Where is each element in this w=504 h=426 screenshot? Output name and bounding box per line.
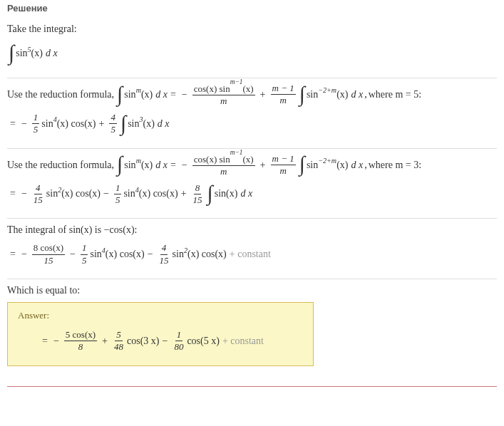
fraction: 15 <box>32 113 40 135</box>
num: cos(x) sin <box>194 83 230 94</box>
dx: d x <box>351 88 363 102</box>
integral-icon: ∫ <box>207 185 213 202</box>
step-4: Which is equal to: Answer: = − 5 cos(x)8… <box>7 279 497 376</box>
num: m − 1 <box>271 83 296 95</box>
fraction: 415 <box>32 183 44 206</box>
fn: sin(x) <box>215 188 238 199</box>
fraction: m − 1 m <box>271 83 296 106</box>
n: 8 cos(x) <box>32 243 65 254</box>
dx: d x <box>240 188 252 199</box>
fn: sin <box>173 249 184 260</box>
pow: 5 <box>28 46 31 53</box>
n: 4 <box>34 183 42 194</box>
arg: (x) <box>336 88 348 102</box>
pow: m−1 <box>230 78 243 85</box>
minus: − <box>70 249 76 260</box>
d: 15 <box>192 194 204 205</box>
integral-icon: ∫ <box>117 85 123 103</box>
section-heading: Решение <box>7 0 497 18</box>
den: m <box>278 95 287 105</box>
d: 5 <box>114 194 122 205</box>
minus: − <box>182 88 187 102</box>
arg: (x) cos(x) <box>106 249 145 260</box>
dx: d x <box>158 118 170 130</box>
pow: 2 <box>58 186 61 194</box>
constant: + constant <box>230 249 271 260</box>
fraction: 45 <box>109 113 117 135</box>
eq: = <box>10 118 16 130</box>
fn: sin <box>41 118 53 130</box>
num: m − 1 <box>271 154 296 165</box>
step-4-text: Which is equal to: <box>7 284 497 298</box>
fn: sin <box>123 188 135 199</box>
minus: − <box>182 158 187 172</box>
fn-sin: sin <box>307 158 318 172</box>
fraction: 180 <box>173 330 185 353</box>
n: 1 <box>81 243 88 254</box>
d: 5 <box>81 255 88 266</box>
fraction: 15 <box>81 243 88 266</box>
eq: = <box>42 336 48 347</box>
step-1-result: = − 15 sin4(x) cos(x) + 45 ∫ sin3(x) d x <box>7 110 170 138</box>
fraction: 5 cos(x)8 <box>64 330 97 353</box>
fraction: m − 1 m <box>271 154 296 177</box>
minus: − <box>103 188 109 199</box>
fraction: 548 <box>113 330 125 353</box>
d: 15 <box>42 255 54 266</box>
pow: 2 <box>184 246 187 254</box>
n: 5 cos(x) <box>64 330 97 341</box>
plus: + <box>99 118 105 130</box>
pow: m <box>136 156 141 166</box>
n: 4 <box>160 243 168 254</box>
answer-box: Answer: = − 5 cos(x)8 + 548 cos(3 x) − 1… <box>7 302 314 366</box>
a: (x) <box>242 154 253 165</box>
fraction: 815 <box>192 183 204 206</box>
end-divider <box>7 386 497 387</box>
den: m <box>219 166 228 177</box>
pow: 4 <box>135 186 139 194</box>
dx: d x <box>155 158 168 172</box>
step-0: Take the integral: ∫ sin5(x) d x <box>7 18 497 78</box>
n: 1 <box>114 183 122 194</box>
arg: (x) cos(x) <box>61 188 101 199</box>
pow: −2+m <box>318 156 336 166</box>
eq: = <box>10 188 16 199</box>
fn-sin: sin <box>124 88 135 102</box>
fraction: 8 cos(x)15 <box>32 243 65 266</box>
pow: 4 <box>53 115 57 123</box>
step-3-result: = − 8 cos(x)15 − 15 sin4(x) cos(x) − 415… <box>7 240 274 269</box>
answer-expr: = − 5 cos(x)8 + 548 cos(3 x) − 180 cos(5… <box>39 327 267 355</box>
dx: d x <box>351 158 363 172</box>
n: 1 <box>175 330 183 341</box>
fn: sin <box>46 188 58 199</box>
arg: (x) <box>141 158 153 172</box>
pow: −2+m <box>318 85 336 95</box>
plus: + <box>181 188 187 199</box>
answer-label: Answer: <box>18 310 303 321</box>
pow: m <box>136 85 141 95</box>
plus: + <box>260 158 266 172</box>
step-1-text: Use the reduction formula, ∫ sinm(x) d x… <box>7 83 497 107</box>
dx: d x <box>46 48 58 59</box>
n: 1 <box>32 113 40 124</box>
d: 8 <box>77 341 85 352</box>
arg: (x) cos(x) <box>139 188 178 199</box>
fn-sin: sin <box>307 88 318 102</box>
pow: m−1 <box>230 149 243 156</box>
minus: − <box>53 336 59 347</box>
where: where m = 3: <box>369 158 421 172</box>
where: where m = 5: <box>369 88 421 102</box>
dx: d x <box>155 88 168 102</box>
step-3-text: The integral of sin(x) is −cos(x): <box>7 223 497 237</box>
n: 5 <box>115 330 123 341</box>
n: 4 <box>109 113 117 124</box>
pow: 3 <box>139 115 143 123</box>
minus: − <box>162 336 168 347</box>
d: 15 <box>32 194 44 205</box>
step-2: Use the reduction formula, ∫ sinm(x) d x… <box>7 149 497 219</box>
eq: = <box>170 88 176 102</box>
integral-icon: ∫ <box>120 115 126 132</box>
integral-icon: ∫ <box>299 85 305 103</box>
arg: (x) cos(x) <box>187 249 227 260</box>
a: (x) <box>242 83 253 94</box>
